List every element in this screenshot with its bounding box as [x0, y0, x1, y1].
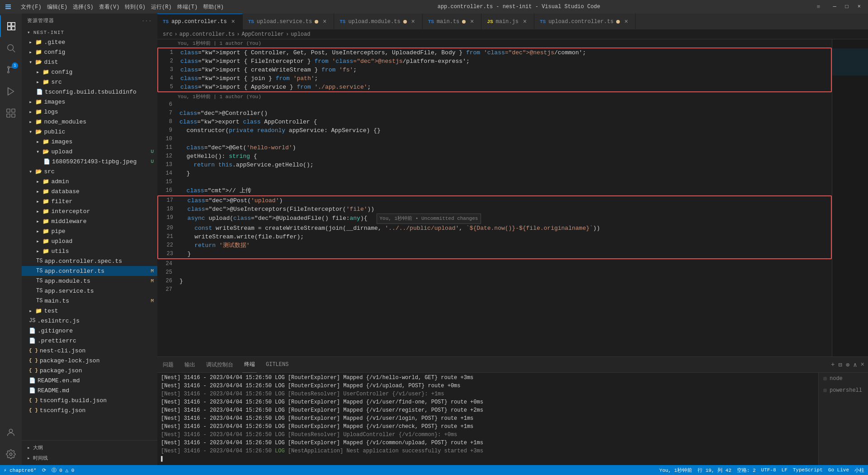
tree-item[interactable]: ▸ 📁interceptor — [22, 206, 157, 216]
tree-item[interactable]: ▸ 📁pipe — [22, 226, 157, 236]
status-right-2[interactable]: 空格: 2 — [737, 467, 756, 474]
run-debug-icon[interactable] — [0, 81, 22, 102]
terminal-split-button[interactable]: ⊟ — [838, 361, 842, 369]
menu-file[interactable]: 文件(F) — [21, 3, 42, 11]
tree-item[interactable]: { }nest-cli.json — [22, 346, 157, 356]
tab-main-js[interactable]: JS main.js × — [481, 14, 534, 29]
close-button[interactable]: × — [855, 4, 863, 10]
menu-bar[interactable]: 文件(F) 编辑(E) 选择(S) 查看(V) 转到(G) 运行(R) 终端(T… — [5, 3, 224, 11]
tree-item[interactable]: TSapp.service.ts — [22, 286, 157, 296]
menu-terminal[interactable]: 终端(T) — [177, 3, 198, 11]
terminal-close-button[interactable]: × — [861, 361, 864, 368]
sidebar-more-button[interactable]: ··· — [142, 18, 152, 24]
tree-item[interactable]: 📄.prettierrc — [22, 336, 157, 346]
extensions-icon[interactable] — [0, 102, 22, 124]
menu-edit[interactable]: 编辑(E) — [47, 3, 68, 11]
tree-item[interactable]: ▸ 📁images — [22, 97, 157, 107]
window-controls[interactable]: ≡ — □ × — [814, 4, 863, 10]
terminal-tab-GITLENS[interactable]: GITLENS — [264, 357, 290, 373]
terminal-maximize-button[interactable]: ∧ — [853, 361, 857, 369]
menu-view[interactable]: 查看(V) — [99, 3, 120, 11]
breadcrumb-AppController[interactable]: AppController — [241, 31, 284, 38]
tab-close-button[interactable]: × — [468, 18, 476, 25]
menu-goto[interactable]: 转到(G) — [125, 3, 146, 11]
tree-item[interactable]: TSmain.tsM — [22, 296, 157, 306]
tree-item[interactable]: ▸ 📁logs — [22, 107, 157, 117]
tree-item[interactable]: ▸ 📁src — [22, 77, 157, 87]
tree-item[interactable]: ▸ 📁config — [22, 47, 157, 57]
account-icon[interactable] — [0, 422, 22, 443]
outline-toggle[interactable]: ▸ 大纲 — [22, 442, 157, 453]
tab-close-button[interactable]: × — [521, 18, 528, 25]
tree-item[interactable]: ▾ 📂src — [22, 166, 157, 176]
terminal-tab-输出[interactable]: 输出 — [183, 357, 197, 373]
tree-item[interactable]: { }package-lock.json — [22, 356, 157, 366]
status-right-0[interactable]: You, 1秒钟前 — [659, 467, 692, 474]
tab-upload-module-ts[interactable]: TS upload.module.ts × — [334, 14, 422, 29]
tree-item[interactable]: ▸ 📁.gitee — [22, 37, 157, 47]
tab-close-button[interactable]: × — [410, 18, 417, 25]
tree-item[interactable]: ▸ 📁test — [22, 306, 157, 316]
tree-item[interactable]: 📄README.md — [22, 385, 157, 395]
maximize-button[interactable]: □ — [843, 4, 851, 10]
root-folder[interactable]: ▾ NEST-INIT — [22, 28, 157, 37]
tree-item[interactable]: { }package.json — [22, 366, 157, 375]
tree-item[interactable]: { }tsconfig.build.json — [22, 395, 157, 405]
tree-item[interactable]: ▸ 📁images — [22, 137, 157, 147]
status-right-1[interactable]: 行 19, 列 42 — [698, 467, 731, 474]
tree-item[interactable]: TSapp.controller.tsM — [22, 266, 157, 276]
breadcrumb-src[interactable]: src — [163, 31, 173, 38]
status-right-4[interactable]: LF — [782, 467, 788, 473]
menu-run[interactable]: 运行(R) — [151, 3, 172, 11]
tab-close-button[interactable]: × — [321, 18, 328, 25]
status-right-5[interactable]: TypeScript — [793, 467, 823, 473]
status-right-7[interactable]: 小柱 — [854, 467, 864, 474]
tree-item[interactable]: JS.eslintrc.js — [22, 316, 157, 326]
tree-item[interactable]: 📄.gitignore — [22, 326, 157, 336]
menu-help[interactable]: 帮助(H) — [203, 3, 224, 11]
terminal-tab-问题[interactable]: 问题 — [161, 357, 175, 373]
panel-node[interactable]: node — [819, 373, 868, 385]
tree-item[interactable]: ▸ 📁utils — [22, 246, 157, 256]
tree-item[interactable]: 📄tsconfig.build.tsbuildinfo — [22, 87, 157, 97]
tree-item[interactable]: 📄1680592671493-tipbg.jpegU — [22, 157, 157, 166]
status-left-2[interactable]: ⓪ 0 △ 0 — [52, 467, 75, 474]
tree-item[interactable]: ▾ 📂uploadU — [22, 147, 157, 157]
tree-item[interactable]: ▸ 📁database — [22, 186, 157, 196]
status-left-1[interactable]: ⟳ — [42, 467, 46, 473]
terminal-add-button[interactable]: + — [831, 361, 835, 368]
tab-close-button[interactable]: × — [623, 18, 630, 25]
breadcrumb-app.controller.ts[interactable]: app.controller.ts — [179, 31, 235, 38]
panel-powershell[interactable]: powershell — [819, 385, 868, 396]
tree-item[interactable]: 📄README.en.md — [22, 375, 157, 385]
breadcrumb-upload[interactable]: upload — [291, 31, 310, 38]
tree-item[interactable]: TSapp.controller.spec.ts — [22, 256, 157, 266]
status-right-3[interactable]: UTF-8 — [761, 467, 776, 473]
tree-item[interactable]: ▾ 📂public — [22, 127, 157, 137]
tree-item[interactable]: ▸ 📁node_modules — [22, 117, 157, 127]
minimize-button[interactable]: — — [830, 4, 839, 10]
settings-icon[interactable] — [0, 443, 22, 465]
menu-select[interactable]: 选择(S) — [73, 3, 94, 11]
source-control-icon[interactable]: 1 — [0, 59, 22, 81]
tab-app-controller-ts[interactable]: TS app.controller.ts × — [157, 14, 243, 29]
tree-item[interactable]: ▾ 📂dist — [22, 57, 157, 67]
tree-item[interactable]: { }tsconfig.json — [22, 405, 157, 415]
tree-item[interactable]: ▸ 📁config — [22, 67, 157, 77]
status-right-6[interactable]: Go Live — [828, 467, 849, 473]
terminal-tab-调试控制台[interactable]: 调试控制台 — [204, 357, 235, 373]
terminal-input-line[interactable]: ▌ — [161, 455, 815, 463]
tree-item[interactable]: ▸ 📁admin — [22, 176, 157, 186]
editor-content[interactable]: You, 1秒钟前 | 1 author (You)1class="kw">im… — [157, 39, 832, 356]
tree-item[interactable]: ▸ 📁middleware — [22, 216, 157, 226]
explorer-icon[interactable] — [0, 15, 22, 37]
tree-item[interactable]: TSapp.module.tsM — [22, 276, 157, 286]
terminal-kill-button[interactable]: ⊗ — [846, 361, 849, 369]
editor-scroll[interactable]: You, 1秒钟前 | 1 author (You)1class="kw">im… — [157, 39, 832, 356]
tab-close-button[interactable]: × — [230, 18, 237, 25]
status-left-0[interactable]: ⚡ chaptre6* — [4, 467, 37, 473]
terminal-tab-终端[interactable]: 终端 — [242, 357, 257, 373]
search-icon[interactable] — [0, 37, 22, 59]
tab-main-ts[interactable]: TS main.ts × — [423, 14, 482, 29]
tab-upload-service-ts[interactable]: TS upload.service.ts × — [243, 14, 335, 29]
